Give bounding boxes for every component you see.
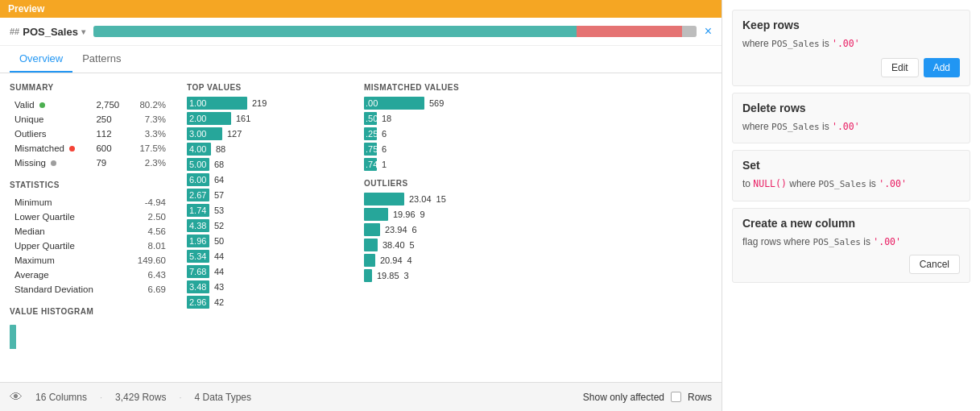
mismatched-dot	[69, 146, 75, 152]
mismatch-count: 6	[382, 129, 387, 139]
top-val-bar-bg: 4.00	[187, 143, 211, 156]
summary-valid-value: 2,750	[93, 98, 128, 111]
stats-table: Minimum-4.94 Lower Quartile2.50 Median4.…	[10, 194, 171, 297]
list-item: Standard Deviation6.69	[11, 283, 169, 296]
outlier-count: 6	[412, 225, 417, 235]
outlier-count: 9	[420, 210, 425, 219]
mismatch-count: 6	[382, 144, 387, 154]
tab-overview[interactable]: Overview	[10, 46, 72, 73]
top-val-bar: 2.96	[187, 296, 209, 309]
top-val-label: 4.38	[189, 221, 206, 230]
mismatch-bar-bg: .00	[364, 97, 424, 110]
summary-valid-label: Valid	[11, 98, 91, 111]
outliers-title: OUTLIERS	[364, 179, 525, 188]
outlier-count: 3	[404, 271, 409, 280]
mismatched-outliers-section: MISMATCHED VALUES .00 569 .50 18 .25 6 .…	[364, 83, 525, 372]
top-val-label: 2.00	[189, 114, 206, 123]
list-item: Maximum149.60	[11, 254, 169, 267]
set-body: to NULL() where POS_Sales is '.00'	[742, 176, 960, 192]
close-button[interactable]: ×	[705, 24, 712, 39]
histogram-chart	[10, 321, 171, 349]
bottom-bar: 👁 16 Columns · 3,429 Rows · 4 Data Types…	[0, 382, 722, 411]
top-val-label: 1.74	[189, 206, 206, 215]
top-val-bar: 5.00	[187, 158, 209, 171]
histogram-bar	[10, 325, 16, 349]
summary-outliers-value: 112	[93, 127, 128, 140]
delete-rows-column: POS_Sales	[771, 122, 820, 132]
top-val-count: 44	[214, 267, 224, 276]
keep-rows-section: Keep rows where POS_Sales is '.00' Edit …	[732, 10, 970, 86]
top-val-bar: 6.00	[187, 173, 209, 186]
tab-patterns[interactable]: Patterns	[72, 46, 130, 73]
list-item: Lower Quartile2.50	[11, 210, 169, 223]
top-val-bar: 5.34	[187, 250, 209, 263]
top-val-label: 4.00	[189, 144, 206, 154]
outlier-bar	[364, 239, 378, 251]
rows-label: Rows	[688, 392, 712, 403]
list-item: 5.34 44	[187, 250, 348, 263]
show-only-checkbox[interactable]	[671, 392, 681, 402]
set-section: Set to NULL() where POS_Sales is '.00'	[732, 150, 970, 201]
list-item: 3.48 43	[187, 280, 348, 293]
top-val-label: 1.96	[189, 236, 206, 246]
delete-rows-title: Delete rows	[742, 102, 960, 114]
top-val-bar-bg: 5.00	[187, 158, 209, 171]
outlier-count: 5	[410, 240, 415, 250]
outlier-val: 38.40	[382, 240, 405, 250]
keep-rows-actions: Edit Add	[742, 58, 960, 77]
top-val-bar: 1.74	[187, 204, 209, 217]
summary-outliers-label: Outliers	[11, 127, 91, 140]
top-val-count: 44	[214, 251, 224, 261]
top-val-count: 64	[214, 175, 224, 185]
top-val-bar-bg: 6.00	[187, 173, 209, 186]
stat-avg-value: 6.43	[124, 268, 169, 281]
list-item: Outliers 112 3.3%	[11, 127, 169, 140]
summary-outliers-pct: 3.3%	[130, 127, 169, 140]
top-val-bar-bg: 2.00	[187, 112, 231, 125]
top-val-count: 42	[214, 297, 224, 307]
keep-rows-add-button[interactable]: Add	[924, 58, 960, 77]
stat-std-value: 6.69	[124, 283, 169, 296]
summary-unique-label: Unique	[11, 113, 91, 126]
delete-rows-value: '.00'	[832, 121, 860, 132]
list-item: 3.00 127	[187, 127, 348, 140]
stat-minimum-label: Minimum	[11, 196, 122, 209]
list-item: 2.96 42	[187, 296, 348, 309]
mismatched-list: .00 569 .50 18 .25 6 .75 6 .74	[364, 97, 525, 171]
top-val-bar-bg: 3.00	[187, 127, 222, 140]
top-values-title: TOP VALUES	[187, 83, 348, 92]
mismatch-val-label: .75	[366, 144, 378, 154]
bottom-bar-right: Show only affected Rows	[583, 392, 712, 403]
progress-valid	[93, 26, 577, 37]
column-name-label: ## POS_Sales ▾	[10, 26, 85, 38]
column-dropdown-icon[interactable]: ▾	[81, 27, 85, 36]
top-val-label: 6.00	[189, 175, 206, 185]
delete-rows-body: where POS_Sales is '.00'	[742, 119, 960, 135]
top-val-count: 50	[214, 236, 224, 246]
outlier-bar	[364, 208, 388, 221]
delete-rows-section: Delete rows where POS_Sales is '.00'	[732, 93, 970, 143]
list-item: 38.40 5	[364, 239, 525, 251]
cancel-button[interactable]: Cancel	[909, 255, 960, 274]
create-column-body: flag rows where POS_Sales is '.00'	[742, 235, 960, 250]
summary-stats-section: SUMMARY Valid 2,750 80.2% Unique 250 7.3…	[10, 83, 171, 372]
main-content: SUMMARY Valid 2,750 80.2% Unique 250 7.3…	[0, 73, 722, 382]
top-val-bar-bg: 2.67	[187, 189, 209, 201]
list-item: 19.96 9	[364, 208, 525, 221]
summary-unique-value: 250	[93, 113, 128, 126]
list-item: Unique 250 7.3%	[11, 113, 169, 126]
list-item: 7.68 44	[187, 265, 348, 278]
summary-valid-pct: 80.2%	[130, 98, 169, 111]
list-item: .25 6	[364, 127, 525, 140]
mismatch-bar-bg: .75	[364, 143, 377, 156]
data-types-count: 4 Data Types	[195, 392, 252, 403]
top-val-bar: 1.00	[187, 97, 247, 110]
histogram-title: VALUE HISTOGRAM	[10, 307, 171, 316]
top-val-bar: 2.00	[187, 112, 231, 125]
keep-rows-title: Keep rows	[742, 19, 960, 31]
list-item: 4.00 88	[187, 143, 348, 156]
stat-minimum-value: -4.94	[124, 196, 169, 209]
outliers-list: 23.04 15 19.96 9 23.94 6 38.40 5 20.94 4…	[364, 193, 525, 282]
create-column-section: Create a new column flag rows where POS_…	[732, 208, 970, 283]
keep-rows-edit-button[interactable]: Edit	[881, 58, 919, 77]
